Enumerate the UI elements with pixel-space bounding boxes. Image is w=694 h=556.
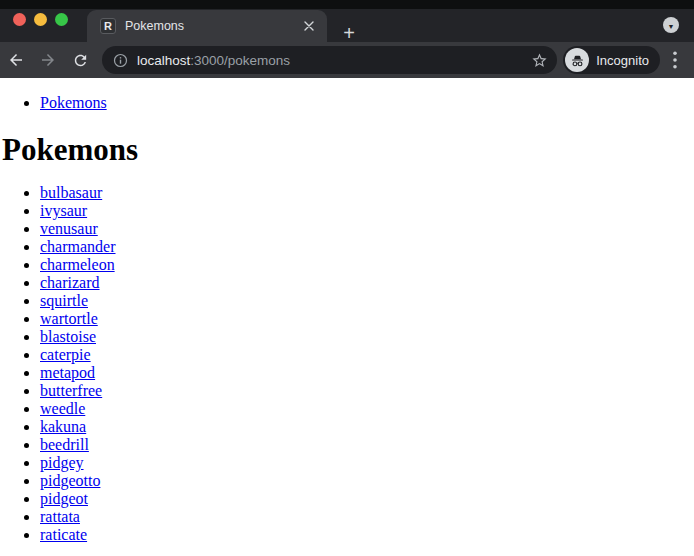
pokemon-link[interactable]: beedrill [40,436,89,453]
pokemon-list: bulbasaurivysaurvenusaurcharmandercharme… [0,184,694,544]
list-item: caterpie [40,346,694,364]
url-text[interactable]: localhost:3000/pokemons [137,53,531,68]
list-item: pidgeotto [40,472,694,490]
tab-title: Pokemons [125,19,301,33]
list-item: charmeleon [40,256,694,274]
list-item: rattata [40,508,694,526]
window-controls [13,13,68,26]
list-item: beedrill [40,436,694,454]
pokemon-link[interactable]: kakuna [40,418,86,435]
window-minimize-button[interactable] [34,13,47,26]
browser-window: R Pokemons + ▼ [0,0,694,556]
pokemon-link[interactable]: metapod [40,364,95,381]
tab-strip: R Pokemons + ▼ [0,9,694,42]
list-item: charmander [40,238,694,256]
bookmark-star-icon[interactable] [531,52,548,69]
list-item: metapod [40,364,694,382]
browser-tab-pokemons[interactable]: R Pokemons [87,10,327,42]
url-path: :3000/pokemons [190,53,290,68]
list-item: bulbasaur [40,184,694,202]
list-item: pidgey [40,454,694,472]
window-close-button[interactable] [13,13,26,26]
pokemon-link[interactable]: charmeleon [40,256,115,273]
pokemon-link[interactable]: pidgeot [40,490,88,507]
list-item: butterfree [40,382,694,400]
list-item: weedle [40,400,694,418]
list-item: ivysaur [40,202,694,220]
incognito-icon [565,48,589,72]
site-info-icon[interactable] [113,53,128,68]
window-zoom-button[interactable] [55,13,68,26]
pokemon-link[interactable]: butterfree [40,382,102,399]
list-item: raticate [40,526,694,544]
pokemon-link[interactable]: pidgeotto [40,472,100,489]
nav-list: Pokemons [0,94,694,112]
incognito-label: Incognito [596,53,649,68]
pokemon-link[interactable]: weedle [40,400,85,417]
incognito-badge: Incognito [563,46,660,74]
reload-button[interactable] [66,46,94,74]
forward-button[interactable] [34,46,62,74]
tab-overview-button[interactable]: ▼ [663,17,679,33]
list-item: wartortle [40,310,694,328]
page-content: Pokemons Pokemons bulbasaurivysaurvenusa… [0,78,694,556]
pokemon-link[interactable]: ivysaur [40,202,87,219]
list-item: kakuna [40,418,694,436]
window-titlebar [0,0,694,9]
address-bar[interactable]: localhost:3000/pokemons [102,46,557,74]
pokemon-link[interactable]: blastoise [40,328,96,345]
chevron-down-icon: ▼ [668,22,675,29]
arrow-right-icon [39,51,57,69]
list-item: Pokemons [40,94,694,112]
back-button[interactable] [2,46,30,74]
nav-link-pokemons[interactable]: Pokemons [40,94,107,111]
list-item: charizard [40,274,694,292]
pokemon-link[interactable]: venusaur [40,220,98,237]
pokemon-link[interactable]: wartortle [40,310,98,327]
browser-toolbar: localhost:3000/pokemons Incognito [0,42,694,78]
list-item: blastoise [40,328,694,346]
pokemon-link[interactable]: charizard [40,274,100,291]
pokemon-link[interactable]: pidgey [40,454,84,471]
kebab-menu-icon [673,51,677,69]
new-tab-button[interactable]: + [337,21,361,45]
reload-icon [72,52,89,69]
pokemon-link[interactable]: charmander [40,238,116,255]
pokemon-link[interactable]: squirtle [40,292,88,309]
list-item: squirtle [40,292,694,310]
pokemon-link[interactable]: caterpie [40,346,91,363]
page-title: Pokemons [0,132,694,168]
remix-favicon-icon: R [100,18,116,34]
more-menu-button[interactable] [664,46,686,74]
url-host: localhost [137,53,190,68]
pokemon-link[interactable]: rattata [40,508,80,525]
pokemon-link[interactable]: raticate [40,526,87,543]
list-item: pidgeot [40,490,694,508]
pokemon-link[interactable]: bulbasaur [40,184,102,201]
arrow-left-icon [7,51,25,69]
tab-close-icon[interactable] [301,18,317,34]
list-item: venusaur [40,220,694,238]
